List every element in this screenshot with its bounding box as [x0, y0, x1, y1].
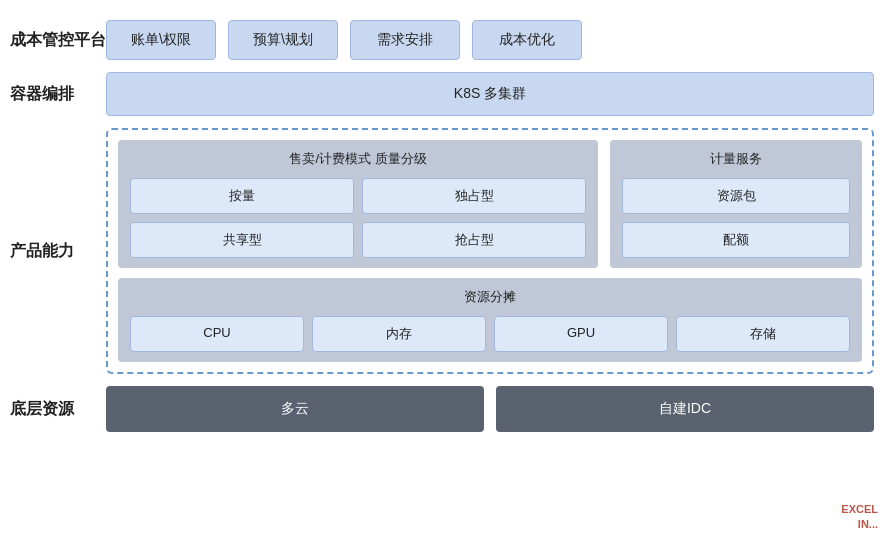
cost-item-billing: 账单\权限	[106, 20, 216, 60]
resource-item-memory: 内存	[312, 316, 486, 352]
sell-grid: 按量 独占型 共享型 抢占型	[130, 178, 586, 258]
measure-item-配额: 配额	[622, 222, 850, 258]
label-product: 产品能力	[10, 241, 90, 262]
measure-grid: 资源包 配额	[622, 178, 850, 258]
sell-item-共享型: 共享型	[130, 222, 354, 258]
resource-item-storage: 存储	[676, 316, 850, 352]
product-outer-border: 售卖/计费模式 质量分级 按量 独占型 共享型 抢占型 计量服务 资源包 配额	[106, 128, 874, 374]
sell-item-抢占型: 抢占型	[362, 222, 586, 258]
cost-control-row: 账单\权限 预算\规划 需求安排 成本优化	[106, 20, 874, 60]
label-cost-control: 成本管控平台	[10, 30, 90, 51]
base-item-多云: 多云	[106, 386, 484, 432]
sell-item-按量: 按量	[130, 178, 354, 214]
resource-panel: 资源分摊 CPU 内存 GPU 存储	[118, 278, 862, 362]
resource-title: 资源分摊	[130, 288, 850, 306]
watermark-line1: EXCEL	[841, 503, 878, 515]
measure-panel: 计量服务 资源包 配额	[610, 140, 862, 268]
product-row: 售卖/计费模式 质量分级 按量 独占型 共享型 抢占型 计量服务 资源包 配额	[106, 128, 874, 374]
container-row: K8S 多集群	[106, 72, 874, 116]
cost-item-optimize: 成本优化	[472, 20, 582, 60]
resource-item-cpu: CPU	[130, 316, 304, 352]
label-base: 底层资源	[10, 399, 90, 420]
watermark-line2: IN...	[858, 518, 878, 530]
label-container: 容器编排	[10, 84, 90, 105]
cost-item-demand: 需求安排	[350, 20, 460, 60]
resource-item-gpu: GPU	[494, 316, 668, 352]
product-inner-panels: 售卖/计费模式 质量分级 按量 独占型 共享型 抢占型 计量服务 资源包 配额	[118, 140, 862, 268]
main-layout: 成本管控平台 账单\权限 预算\规划 需求安排 成本优化 容器编排 K8S 多集…	[10, 20, 874, 432]
cost-item-budget: 预算\规划	[228, 20, 338, 60]
sell-panel: 售卖/计费模式 质量分级 按量 独占型 共享型 抢占型	[118, 140, 598, 268]
sell-panel-title: 售卖/计费模式 质量分级	[130, 150, 586, 168]
resource-grid: CPU 内存 GPU 存储	[130, 316, 850, 352]
k8s-box: K8S 多集群	[106, 72, 874, 116]
base-item-idc: 自建IDC	[496, 386, 874, 432]
watermark: EXCEL IN...	[841, 502, 878, 531]
sell-item-独占型: 独占型	[362, 178, 586, 214]
measure-panel-title: 计量服务	[622, 150, 850, 168]
measure-item-资源包: 资源包	[622, 178, 850, 214]
base-row: 多云 自建IDC	[106, 386, 874, 432]
